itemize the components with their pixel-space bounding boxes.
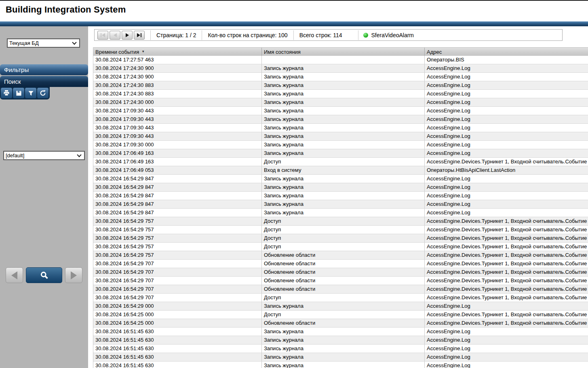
table-row[interactable]: 30.08.2024 16:54:29 757 Доступ AccessEng… xyxy=(93,243,588,251)
cell-event-time: 30.08.2024 17:09:30 000 xyxy=(93,141,262,149)
cell-address: AccessEngine.Log xyxy=(425,132,588,141)
table-row[interactable]: 30.08.2024 16:54:29 707 Обновление облас… xyxy=(93,277,588,285)
table-row[interactable]: 30.08.2024 17:06:49 053 Вход в систему О… xyxy=(93,166,588,175)
cell-event-time: 30.08.2024 16:54:29 707 xyxy=(93,294,262,302)
cell-event-time: 30.08.2024 16:54:29 707 xyxy=(93,268,262,277)
column-header-event-time[interactable]: Времени события ▼ xyxy=(93,48,262,56)
toolbar-separator xyxy=(358,30,358,40)
table-row[interactable]: 30.08.2024 16:54:29 847 Запись журнала A… xyxy=(93,209,588,217)
cell-state-name: Доступ xyxy=(262,217,425,226)
table-row[interactable]: 30.08.2024 16:54:29 847 Запись журнала A… xyxy=(93,175,588,183)
cell-event-time: 30.08.2024 16:54:29 757 xyxy=(93,217,262,226)
table-row[interactable]: 30.08.2024 16:54:29 757 Доступ AccessEng… xyxy=(93,226,588,234)
cell-state-name: Запись журнала xyxy=(262,141,425,149)
cell-address: AccessEngine.Log xyxy=(425,336,588,345)
cell-address: AccessEngine.Devices.Турникет 1, Входной… xyxy=(425,294,588,302)
table-row[interactable]: 30.08.2024 17:24:30 883 Запись журнала A… xyxy=(93,81,588,90)
table-row[interactable]: 30.08.2024 17:09:30 443 Запись журнала A… xyxy=(93,132,588,141)
cell-event-time: 30.08.2024 16:51:45 630 xyxy=(93,328,262,336)
table-row[interactable]: 30.08.2024 16:54:29 847 Запись журнала A… xyxy=(93,192,588,200)
cell-address: AccessEngine.Log xyxy=(425,362,588,368)
search-button[interactable] xyxy=(26,267,62,283)
table-row[interactable]: 30.08.2024 17:06:49 163 Запись журнала A… xyxy=(93,149,588,158)
table-row[interactable]: 30.08.2024 17:24:30 900 Запись журнала A… xyxy=(93,64,588,73)
chevron-down-icon xyxy=(77,152,81,157)
sidebar-panel-search[interactable]: Поиск xyxy=(0,76,88,87)
cell-address: AccessEngine.Log xyxy=(425,175,588,183)
table-row[interactable]: 30.08.2024 17:24:30 900 Запись журнала A… xyxy=(93,73,588,81)
cell-state-name: Доступ xyxy=(262,158,425,166)
cell-event-time: 30.08.2024 17:24:30 900 xyxy=(93,73,262,81)
cell-address: AccessEngine.Devices.Турникет 1, Входной… xyxy=(425,311,588,319)
cell-state-name: Запись журнала xyxy=(262,183,425,192)
table-row[interactable]: 30.08.2024 17:24:30 883 Запись журнала A… xyxy=(93,90,588,98)
previous-result-button[interactable] xyxy=(6,267,23,283)
first-page-button[interactable] xyxy=(97,31,108,40)
refresh-button[interactable] xyxy=(37,88,48,98)
cell-state-name: Запись журнала xyxy=(262,64,425,73)
column-header-address[interactable]: Адрес xyxy=(425,48,588,56)
table-row[interactable]: 30.08.2024 17:09:30 443 Запись журнала A… xyxy=(93,107,588,115)
cell-event-time: 30.08.2024 16:54:29 757 xyxy=(93,226,262,234)
table-row[interactable]: 30.08.2024 16:54:29 757 Доступ AccessEng… xyxy=(93,234,588,243)
cell-state-name: Запись журнала xyxy=(262,209,425,217)
cell-state-name: Запись журнала xyxy=(262,192,425,200)
table-row[interactable]: 30.08.2024 16:54:29 707 Обновление облас… xyxy=(93,268,588,277)
cell-address: AccessEngine.Devices.Турникет 1, Входной… xyxy=(425,251,588,260)
first-page-icon xyxy=(102,33,105,37)
cell-event-time: 30.08.2024 17:27:57 463 xyxy=(93,56,262,64)
cell-event-time: 30.08.2024 16:54:29 847 xyxy=(93,209,262,217)
cell-event-time: 30.08.2024 16:54:29 847 xyxy=(93,175,262,183)
cell-state-name: Запись журнала xyxy=(262,336,425,345)
table-row[interactable]: 30.08.2024 16:54:29 847 Запись журнала A… xyxy=(93,183,588,192)
cell-event-time: 30.08.2024 17:06:49 163 xyxy=(93,158,262,166)
table-row[interactable]: 30.08.2024 16:51:45 630 Запись журнала A… xyxy=(93,362,588,368)
filter-profile-select[interactable]: [default] xyxy=(3,151,85,160)
cell-state-name: Доступ xyxy=(262,226,425,234)
table-row[interactable]: 30.08.2024 16:54:25 000 Доступ AccessEng… xyxy=(93,311,588,319)
filter-button[interactable] xyxy=(25,88,36,98)
table-row[interactable]: 30.08.2024 16:51:45 630 Запись журнала A… xyxy=(93,336,588,345)
cell-event-time: 30.08.2024 16:54:25 000 xyxy=(93,311,262,319)
cell-state-name: Вход в систему xyxy=(262,166,425,175)
arrow-right-icon xyxy=(71,271,77,279)
cell-address: AccessEngine.Log xyxy=(425,124,588,132)
cell-event-time: 30.08.2024 17:09:30 443 xyxy=(93,107,262,115)
table-row[interactable]: 30.08.2024 16:54:29 847 Запись журнала A… xyxy=(93,200,588,209)
cell-event-time: 30.08.2024 16:54:29 707 xyxy=(93,285,262,294)
table-row[interactable]: 30.08.2024 16:51:45 630 Запись журнала A… xyxy=(93,353,588,362)
connection-status: SferaVideoAlarm xyxy=(363,32,414,38)
previous-page-button[interactable] xyxy=(110,31,120,40)
cell-address: AccessEngine.Devices.Турникет 1, Входной… xyxy=(425,319,588,328)
table-row[interactable]: 30.08.2024 16:54:29 757 Доступ AccessEng… xyxy=(93,217,588,226)
arrow-left-icon xyxy=(11,271,17,279)
toolbar-separator xyxy=(202,30,202,40)
print-button[interactable] xyxy=(1,88,12,98)
table-row[interactable]: 30.08.2024 16:51:45 630 Запись журнала A… xyxy=(93,328,588,336)
table-row[interactable]: 30.08.2024 17:09:30 443 Запись журнала A… xyxy=(93,115,588,124)
table-row[interactable]: 30.08.2024 16:51:45 630 Запись журнала A… xyxy=(93,345,588,353)
table-row[interactable]: 30.08.2024 16:54:29 707 Доступ AccessEng… xyxy=(93,294,588,302)
cell-state-name: Обновление области xyxy=(262,260,425,268)
cell-address: AccessEngine.Log xyxy=(425,64,588,73)
cell-state-name: Запись журнала xyxy=(262,81,425,90)
table-row[interactable]: 30.08.2024 17:27:57 463 Операторы.BIS xyxy=(93,56,588,64)
table-row[interactable]: 30.08.2024 16:54:29 707 Обновление облас… xyxy=(93,285,588,294)
table-row[interactable]: 30.08.2024 16:54:29 000 Запись журнала A… xyxy=(93,302,588,311)
sidebar-panel-filters[interactable]: Фильтры xyxy=(0,64,88,75)
column-header-state-name[interactable]: Имя состояния xyxy=(262,48,425,56)
table-row[interactable]: 30.08.2024 16:54:29 707 Обновление облас… xyxy=(93,260,588,268)
table-row[interactable]: 30.08.2024 16:54:29 757 Обновление облас… xyxy=(93,251,588,260)
table-row[interactable]: 30.08.2024 17:09:30 443 Запись журнала A… xyxy=(93,124,588,132)
table-row[interactable]: 30.08.2024 17:06:49 163 Доступ AccessEng… xyxy=(93,158,588,166)
table-row[interactable]: 30.08.2024 17:09:30 000 Запись журнала A… xyxy=(93,141,588,149)
save-button[interactable] xyxy=(13,88,24,98)
next-page-button[interactable] xyxy=(122,31,133,40)
last-page-button[interactable] xyxy=(134,31,145,40)
next-result-button[interactable] xyxy=(65,267,82,283)
table-row[interactable]: 30.08.2024 16:54:25 000 Обновление облас… xyxy=(93,319,588,328)
database-select[interactable]: Текущая БД xyxy=(7,38,80,48)
table-row[interactable]: 30.08.2024 17:24:30 000 Запись журнала A… xyxy=(93,98,588,107)
cell-event-time: 30.08.2024 16:54:25 000 xyxy=(93,319,262,328)
cell-event-time: 30.08.2024 16:54:29 757 xyxy=(93,243,262,251)
